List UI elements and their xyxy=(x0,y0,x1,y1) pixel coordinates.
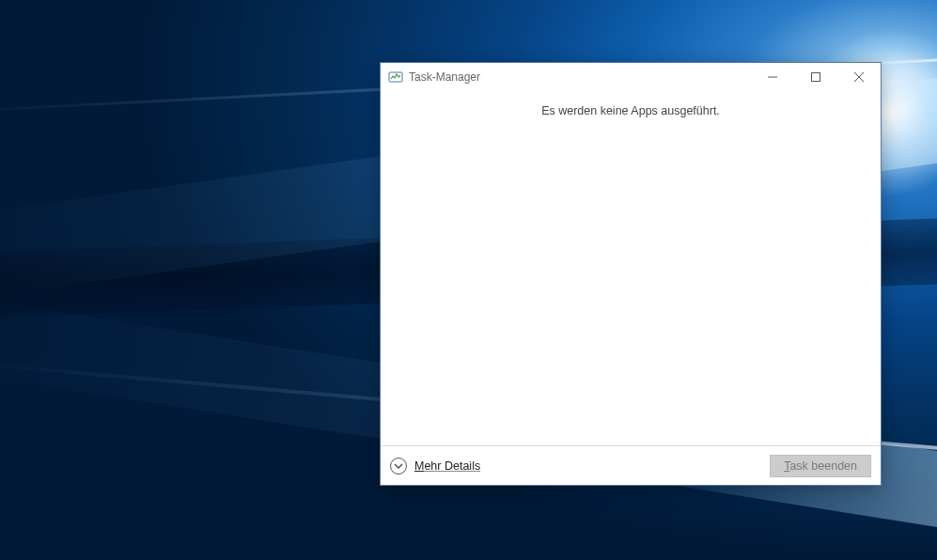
titlebar[interactable]: Task-Manager xyxy=(381,63,881,91)
content-area: Es werden keine Apps ausgeführt. xyxy=(381,91,881,445)
close-button[interactable] xyxy=(837,63,881,91)
svg-rect-2 xyxy=(812,73,820,82)
task-manager-icon xyxy=(388,70,403,85)
more-details-toggle[interactable]: Mehr Details xyxy=(390,458,480,474)
task-manager-window: Task-Manager Es werden keine Apps ausgef… xyxy=(380,62,882,486)
chevron-down-icon xyxy=(390,458,407,474)
window-title: Task-Manager xyxy=(409,70,751,84)
maximize-button[interactable] xyxy=(794,63,837,91)
footer: Mehr Details Task beenden xyxy=(381,445,881,485)
more-details-label: Mehr Details xyxy=(414,459,480,473)
end-task-button[interactable]: Task beenden xyxy=(770,455,871,477)
no-apps-message: Es werden keine Apps ausgeführt. xyxy=(541,104,720,445)
minimize-button[interactable] xyxy=(751,63,794,91)
window-controls xyxy=(751,63,881,91)
